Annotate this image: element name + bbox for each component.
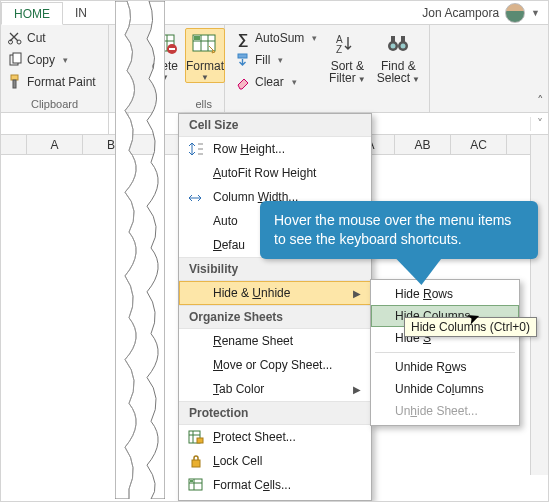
menu-row-height[interactable]: Row Height... — [179, 137, 371, 161]
ribbon-tabs: HOME IN Jon Acampora ▼ — [1, 1, 548, 25]
svg-rect-22 — [391, 36, 395, 42]
col-header[interactable]: B — [83, 135, 139, 154]
copy-button[interactable]: Copy ▾ — [7, 50, 102, 70]
copy-label: Copy — [27, 53, 55, 67]
autofit-col-partial: Auto — [213, 214, 238, 228]
find-select-label-2: Select — [377, 71, 410, 85]
sort-filter-label-2: Filter — [329, 71, 356, 85]
menu-protect-sheet[interactable]: Protect Sheet... — [179, 425, 371, 449]
submenu-arrow-icon: ▶ — [353, 288, 361, 299]
menu-separator — [375, 352, 515, 353]
submenu-hide-rows[interactable]: Hide Rows — [371, 283, 519, 305]
chevron-down-icon: ▼ — [412, 75, 420, 84]
chevron-down-icon: ▼ — [161, 73, 169, 82]
menu-section-protection: Protection — [179, 401, 371, 425]
format-button[interactable]: Format ▼ — [185, 28, 225, 83]
sigma-icon: ∑ — [235, 30, 251, 46]
svg-rect-33 — [192, 460, 200, 467]
col-header[interactable]: AC — [451, 135, 507, 154]
tooltip-text: Hide Columns (Ctrl+0) — [411, 320, 530, 334]
fill-button[interactable]: Fill ▾ — [231, 50, 321, 70]
svg-rect-4 — [11, 75, 18, 80]
group-cells: elete ▼ Format ▼ ells — [109, 25, 225, 112]
avatar — [505, 3, 525, 23]
col-header[interactable]: AB — [395, 135, 451, 154]
group-clipboard: Cut Copy ▾ Format Paint Clipboard — [1, 25, 109, 112]
user-area[interactable]: Jon Acampora ▼ — [422, 3, 548, 23]
hide-unhide-submenu: Hide Rows Hide Columns Hide S Unhide Row… — [370, 279, 520, 426]
menu-move-copy-sheet[interactable]: Move or Copy Sheet... — [179, 353, 371, 377]
svg-rect-11 — [169, 48, 175, 50]
callout-text: Hover the mouse over the menu items to s… — [274, 212, 511, 247]
fill-label: Fill — [255, 53, 270, 67]
submenu-unhide-sheet: Unhide Sheet... — [371, 400, 519, 422]
clear-button[interactable]: Clear ▾ — [231, 72, 321, 92]
copy-icon — [7, 52, 23, 68]
submenu-unhide-columns[interactable]: Unhide Columns — [371, 378, 519, 400]
svg-rect-17 — [238, 54, 247, 58]
annotation-callout: Hover the mouse over the menu items to s… — [260, 201, 538, 259]
fill-down-icon — [235, 52, 251, 68]
protect-sheet-icon — [187, 429, 205, 445]
tab-insert[interactable]: IN — [63, 2, 99, 23]
sort-filter-button[interactable]: AZ Sort & Filter▼ — [323, 28, 371, 92]
menu-tab-color[interactable]: Tab Color ▶ — [179, 377, 371, 401]
svg-point-1 — [17, 40, 21, 44]
svg-rect-5 — [13, 80, 16, 88]
menu-autofit-row-height[interactable]: AutoFit Row Height — [179, 161, 371, 185]
fx-icon[interactable] — [109, 113, 129, 134]
chevron-down-icon: ▼ — [531, 8, 540, 18]
binoculars-icon — [383, 31, 413, 57]
expand-formula-icon[interactable]: ˅ — [530, 117, 548, 131]
format-label: Format — [186, 59, 224, 73]
format-painter-button[interactable]: Format Paint — [7, 72, 102, 92]
chevron-down-icon: ▾ — [312, 33, 317, 43]
vertical-scrollbar[interactable] — [530, 135, 548, 475]
paintbrush-icon — [7, 74, 23, 90]
chevron-down-icon: ▾ — [292, 77, 297, 87]
chevron-down-icon: ▾ — [278, 55, 283, 65]
format-painter-label: Format Paint — [27, 75, 96, 89]
svg-point-24 — [391, 44, 396, 49]
svg-rect-3 — [13, 53, 21, 63]
chevron-down-icon: ▾ — [63, 55, 68, 65]
submenu-arrow-icon: ▶ — [353, 384, 361, 395]
tooltip-hide-columns: Hide Columns (Ctrl+0) — [404, 317, 537, 337]
svg-rect-23 — [401, 36, 405, 42]
column-width-icon — [187, 189, 205, 205]
select-all-corner[interactable] — [1, 135, 27, 154]
collapse-ribbon-icon[interactable]: ˄ — [537, 93, 544, 108]
menu-format-cells[interactable]: Format Cells... — [179, 473, 371, 497]
group-editing: ∑ AutoSum ▾ Fill ▾ Clear ▾ — [225, 25, 430, 112]
group-label-clipboard: Clipboard — [7, 98, 102, 112]
menu-section-cell-size: Cell Size — [179, 114, 371, 137]
chevron-down-icon: ▼ — [201, 73, 209, 82]
menu-section-visibility: Visibility — [179, 257, 371, 281]
find-select-button[interactable]: Find & Select▼ — [373, 28, 423, 92]
autosum-label: AutoSum — [255, 31, 304, 45]
svg-rect-32 — [197, 438, 203, 443]
group-label-editing — [231, 98, 423, 112]
cut-label: Cut — [27, 31, 46, 45]
col-header[interactable]: A — [27, 135, 83, 154]
delete-cells-icon — [150, 31, 180, 57]
format-cells-icon — [190, 31, 220, 57]
menu-section-organize: Organize Sheets — [179, 305, 371, 329]
autosum-button[interactable]: ∑ AutoSum ▾ — [231, 28, 321, 48]
submenu-unhide-rows[interactable]: Unhide Rows — [371, 356, 519, 378]
group-label-cells: ells — [149, 98, 218, 112]
menu-hide-unhide[interactable]: Hide & Unhide ▶ — [179, 281, 371, 305]
clear-label: Clear — [255, 75, 284, 89]
tab-home[interactable]: HOME — [1, 2, 63, 25]
ribbon: Cut Copy ▾ Format Paint Clipboard — [1, 25, 548, 113]
delete-button[interactable]: elete ▼ — [149, 28, 181, 83]
format-cells-icon — [187, 477, 205, 493]
svg-point-25 — [401, 44, 406, 49]
name-box[interactable] — [1, 113, 109, 134]
menu-lock-cell[interactable]: Lock Cell — [179, 449, 371, 473]
svg-rect-16 — [194, 36, 200, 40]
row-height-icon — [187, 141, 205, 157]
lock-icon — [187, 453, 205, 469]
menu-rename-sheet[interactable]: Rename Sheet — [179, 329, 371, 353]
cut-button[interactable]: Cut — [7, 28, 102, 48]
